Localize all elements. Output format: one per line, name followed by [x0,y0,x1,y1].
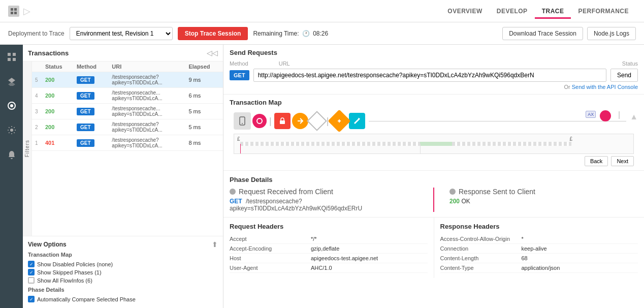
url-col-header: URL [279,60,290,67]
expand-icon[interactable]: ▷ [23,6,30,17]
header-value: AHC/1.0 [311,265,428,271]
view-options-header[interactable]: View Options ⬆ [28,240,218,249]
svg-rect-2 [11,12,13,14]
back-button[interactable]: Back [585,156,608,166]
separator-icon: | [269,116,272,127]
main-layout: Transactions ◁◁ Filters Status Method UR… [0,45,644,308]
transactions-panel: Transactions ◁◁ Filters Status Method UR… [23,45,223,308]
uri-cell: /testresponsecache...apikey=sTI0DDxLcA..… [109,104,185,119]
method-btn[interactable]: GET [77,108,94,115]
download-trace-button[interactable]: Download Trace Session [502,27,583,40]
svg-point-11 [10,104,13,107]
method-col-header: Method [230,60,248,67]
remaining-time-label: Remaining Time: 🕐 08:26 [253,30,328,37]
route-policy-icon [292,113,308,129]
table-row[interactable]: 4 200 GET /testresponsecache...apikey=sT… [32,88,223,104]
nav-develop[interactable]: DEVELOP [490,4,535,19]
uri-cell: /testresponsecache?apikey=sTI0DDxLcA... [109,135,185,151]
table-row[interactable]: 3 200 GET /testresponsecache...apikey=sT… [32,104,223,119]
sidebar-icon-trace[interactable] [4,98,20,114]
method-btn[interactable]: GET [77,92,94,100]
checkbox-unchecked-icon [28,277,35,284]
checkbox-item[interactable]: ✓ Automatically Compare Selected Phase [28,296,218,302]
checkbox-label: Show Disabled Policies (none) [37,261,113,267]
stop-trace-button[interactable]: Stop Trace Session [178,27,248,40]
nav-trace[interactable]: TRACE [535,4,571,19]
proxy-icon [252,114,267,128]
transaction-map-title: Transaction Map [230,99,638,106]
phase-details-title: Phase Details [230,176,638,183]
remaining-time-value: 08:26 [313,30,328,37]
header-row: Content-Length 68 [440,254,638,263]
send-requests-section: Send Requests Method URL Status GET Send… [223,45,644,95]
elapsed-cell: 5 ms [185,119,223,135]
view-options-title: View Options [28,241,67,248]
svg-point-15 [257,118,262,124]
transaction-map-checkboxes: ✓ Show Disabled Policies (none) ✓ Show S… [28,261,218,284]
table-row[interactable]: 2 200 GET /testresponsecache?apikey=sTI0… [32,119,223,135]
view-options-expand[interactable]: ⬆ [212,240,218,249]
view-options-panel: View Options ⬆ Transaction Map ✓ Show Di… [23,236,223,308]
status-badge: 401 [42,135,74,151]
method-btn[interactable]: GET [77,139,94,147]
header-value: apigeedocs-test.apigee.net [311,255,428,261]
phase-details-label: Phase Details [28,287,218,293]
header-key: Accept [230,236,311,242]
api-console-link[interactable]: Send with the API Console [572,84,638,90]
phase-details-section: Phase Details Request Received from Clie… [223,171,644,218]
response-phase: Response Sent to Client 200 OK [449,188,638,212]
nodejs-logs-button[interactable]: Node.js Logs [587,27,636,40]
svg-rect-16 [280,120,285,124]
scroll-up-button[interactable]: ▲ [630,112,638,121]
svg-rect-6 [8,58,11,61]
header-row: Access-Control-Allow-Origin * [440,234,638,244]
sidebar-icon-grid[interactable] [4,49,20,65]
checkbox-label: Show Skipped Phases (1) [37,269,102,275]
checkbox-item[interactable]: Show All FlowInfos (6) [28,277,218,284]
url-input[interactable] [253,69,606,82]
elapsed-cell: 5 ms [185,104,223,119]
checkbox-item[interactable]: ✓ Show Skipped Phases (1) [28,269,218,275]
send-button[interactable]: Send [610,69,638,82]
status-badge: 200 [42,119,74,135]
svg-marker-9 [8,82,15,86]
transactions-table: Status Method URI Elapsed 5 200 GET /tes… [32,61,223,236]
svg-rect-3 [14,12,17,14]
sidebar-icons [0,45,23,308]
method-btn[interactable]: GET [77,76,94,84]
request-headers-panel: Request Headers Accept */* Accept-Encodi… [223,218,434,278]
table-row[interactable]: 1 401 GET /testresponsecache?apikey=sTI0… [32,135,223,151]
deployment-select[interactable]: Environment test, Revision 1 [70,27,173,40]
clock-icon: 🕐 [302,30,310,37]
phone-icon [234,112,251,130]
method-btn[interactable]: GET [77,124,94,131]
checkbox-item[interactable]: ✓ Show Disabled Policies (none) [28,261,218,267]
col-method: Method [74,61,109,72]
checkbox-checked-icon: ✓ [28,269,35,275]
status-badge: 200 [42,104,74,119]
header-key: Content-Length [440,255,522,261]
collapse-button[interactable]: ◁◁ [207,49,218,57]
response-phase-dot [449,189,456,195]
status-badge: 200 [42,72,74,88]
checkbox-checked-icon: ✓ [28,261,35,267]
svg-rect-1 [14,8,17,11]
header-key: User-Agent [230,265,311,271]
sidebar-icon-bell[interactable] [4,146,20,163]
sidebar-icon-settings[interactable] [4,122,20,138]
elapsed-cell: 8 ms [185,135,223,151]
nav-performance[interactable]: PERFORMANCE [571,4,636,19]
request-phase-url: GET /testresponsecache? apikey=sTI0DDxLc… [230,198,418,212]
transactions-title: Transactions [28,49,69,57]
table-row[interactable]: 5 200 GET /testresponsecache?apikey=sTI0… [32,72,223,88]
app-icon [8,6,19,17]
request-row: GET Send [230,69,638,82]
checkbox-label: Show All FlowInfos (6) [37,278,92,284]
filters-label: Filters [24,140,30,157]
nav-overview[interactable]: OVERVIEW [440,4,489,19]
request-method-btn[interactable]: GET [230,70,249,80]
sidebar-icon-layers[interactable] [4,73,20,89]
response-headers-panel: Response Headers Access-Control-Allow-Or… [434,218,645,278]
phase-row: Request Received from Client GET /testre… [230,188,638,212]
next-button[interactable]: Next [611,156,634,166]
